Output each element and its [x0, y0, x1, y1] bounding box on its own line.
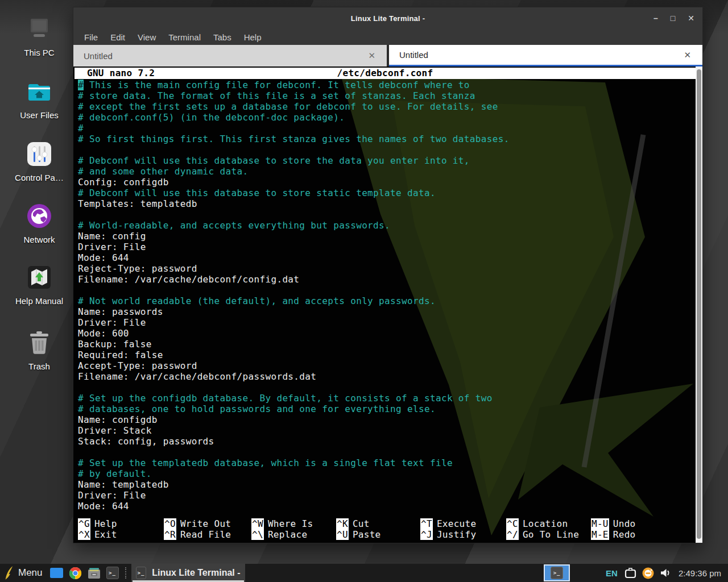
desktop-icon-help-manual[interactable]: Help Manual: [6, 263, 73, 306]
show-desktop-icon[interactable]: [50, 568, 63, 578]
nano-line: Backup: false: [78, 339, 693, 350]
desktop-icon-user-files[interactable]: User Files: [6, 77, 73, 120]
linux-lite-logo-icon: [3, 566, 14, 580]
maximize-button[interactable]: □: [671, 14, 675, 22]
terminal-scrollbar[interactable]: [696, 66, 702, 543]
tab-close-icon[interactable]: ✕: [368, 51, 375, 61]
nano-line: Name: configdb: [78, 414, 693, 425]
keyboard-layout-indicator[interactable]: EN: [606, 568, 618, 578]
nano-cursor: #: [78, 80, 84, 90]
desktop-icon-this-pc[interactable]: This PC: [6, 15, 73, 57]
nano-line: Filename: /var/cache/debconf/passwords.d…: [78, 371, 693, 382]
minimize-button[interactable]: –: [653, 14, 658, 22]
this-pc-icon: [6, 15, 73, 43]
close-button[interactable]: ✕: [688, 14, 694, 22]
nano-line: # Not world readable (the default), and …: [78, 296, 693, 306]
terminal-tab-1[interactable]: Untitled✕: [73, 45, 387, 66]
nano-line: # This is the main config file for debco…: [78, 80, 693, 90]
nano-line: Driver: File: [78, 242, 693, 252]
nano-line: Driver: File: [78, 317, 693, 328]
taskbar-task-terminal[interactable]: >_ Linux Lite Terminal -: [131, 564, 245, 582]
window-title: Linux Lite Terminal -: [351, 14, 425, 23]
terminal-window: Linux Lite Terminal - – □ ✕ FileEditView…: [73, 7, 703, 543]
menu-item-help[interactable]: Help: [238, 31, 268, 44]
system-tray: >_ EN 2:49:36 pm: [544, 564, 728, 582]
menu-item-file[interactable]: File: [78, 31, 104, 44]
shortcut-read-file: ^RRead File: [164, 529, 251, 540]
shortcut-go-to-line: ^/Go To Line: [506, 529, 591, 540]
shortcut-key: ^/: [506, 529, 519, 540]
shortcut-key: ^T: [420, 518, 433, 529]
nano-shortcut-bar: ^GHelp^OWrite Out^WWhere Is^KCut^TExecut…: [78, 518, 693, 540]
file-manager-icon[interactable]: [88, 567, 101, 579]
nano-line: # Debconf will use this database to stor…: [78, 155, 693, 166]
shortcut-key: ^R: [164, 529, 176, 540]
shortcut-write-out: ^OWrite Out: [164, 518, 251, 529]
scrollbar-thumb[interactable]: [697, 69, 701, 539]
nano-line: # Debconf will use this database to stor…: [78, 188, 693, 198]
terminal-screen[interactable]: GNU nano 7.2 /etc/debconf.conf # This is…: [73, 66, 702, 543]
terminal-glyph: >_: [136, 567, 147, 579]
shortcut-label: Paste: [353, 529, 381, 540]
start-menu-button[interactable]: Menu: [0, 564, 47, 582]
shortcut-key: ^K: [336, 518, 349, 529]
nano-line: Stack: config, passwords: [78, 436, 693, 447]
desktop-icon-trash[interactable]: Trash: [6, 329, 73, 371]
shortcut-key: ^J: [420, 529, 433, 540]
nano-titlebar: GNU nano 7.2 /etc/debconf.conf: [75, 68, 696, 79]
menu-item-terminal[interactable]: Terminal: [162, 31, 207, 44]
menu-bar: FileEditViewTerminalTabsHelp: [73, 29, 702, 45]
terminal-launcher-icon[interactable]: >_: [106, 567, 119, 579]
shortcut-label: Where Is: [268, 518, 313, 529]
clock[interactable]: 2:49:36 pm: [679, 568, 721, 578]
shortcut-label: Read File: [180, 529, 231, 540]
shortcut-key: ^W: [251, 518, 264, 529]
nano-buffer[interactable]: # This is the main config file for debco…: [78, 80, 693, 512]
tab-label: Untitled: [84, 51, 113, 61]
shortcut-label: Undo: [613, 518, 636, 529]
nano-line: # Set up the templatedb database, which …: [78, 458, 693, 468]
desktop-icon-label: Trash: [6, 361, 73, 371]
menu-item-edit[interactable]: Edit: [104, 31, 131, 44]
nano-line: [78, 447, 693, 458]
nano-line: [78, 382, 693, 393]
nano-line: Filename: /var/cache/debconf/config.dat: [78, 274, 693, 285]
nano-line: Config: configdb: [78, 177, 693, 188]
tray-terminal-indicator[interactable]: >_: [544, 564, 570, 581]
shortcut-location: ^CLocation: [506, 518, 591, 529]
window-titlebar[interactable]: Linux Lite Terminal - – □ ✕: [73, 7, 702, 29]
desktop-icon-control-panel[interactable]: Control Pa…: [6, 140, 73, 182]
trash-icon: [6, 329, 73, 357]
desktop-icon-label: This PC: [6, 48, 73, 57]
nano-line: Mode: 644: [78, 252, 693, 263]
menu-item-tabs[interactable]: Tabs: [207, 31, 238, 44]
nano-line: # and some other dynamic data.: [78, 166, 693, 177]
nano-line: Accept-Type: password: [78, 360, 693, 371]
nano-line: # by default.: [78, 468, 693, 479]
desktop-icon-label: Network: [6, 235, 73, 244]
desktop-icon-network[interactable]: Network: [6, 202, 73, 244]
nano-line: [78, 144, 693, 155]
nano-line: # So first things first. This first stan…: [78, 134, 693, 144]
chrome-browser-icon[interactable]: [69, 567, 82, 580]
shortcut-label: Write Out: [180, 518, 231, 529]
shortcut-key: ^O: [164, 518, 176, 529]
nano-line: Required: false: [78, 350, 693, 360]
shortcut-where-is: ^WWhere Is: [251, 518, 336, 529]
control-panel-icon: [6, 140, 73, 168]
clipboard-icon[interactable]: [624, 568, 636, 579]
tab-close-icon[interactable]: ✕: [684, 50, 691, 60]
desktop-icon-label: User Files: [6, 110, 73, 120]
desktop-icon-label: Help Manual: [6, 296, 73, 306]
nano-line: # except the first sets up a database fo…: [78, 101, 693, 112]
volume-icon[interactable]: [660, 568, 671, 578]
shortcut-key: ^X: [78, 529, 90, 540]
update-manager-icon[interactable]: [642, 567, 654, 579]
terminal-tab-2[interactable]: Untitled✕: [389, 45, 702, 66]
user-files-icon: [6, 77, 73, 106]
shortcut-row-1: ^GHelp^OWrite Out^WWhere Is^KCut^TExecut…: [78, 518, 693, 529]
shortcut-key: ^C: [506, 518, 519, 529]
nano-line: Name: config: [78, 231, 693, 242]
shortcut-key: M-U: [591, 518, 609, 529]
menu-item-view[interactable]: View: [131, 31, 162, 44]
